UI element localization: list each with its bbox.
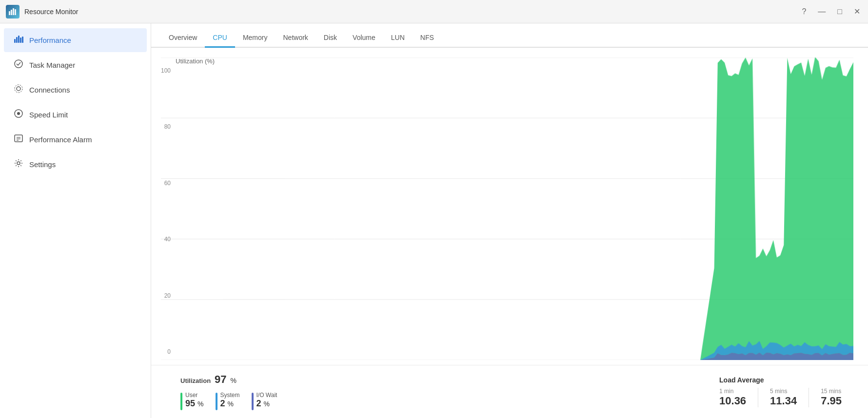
y-label-60: 60: [164, 180, 171, 187]
tab-bar: Overview CPU Memory Network Disk Volume …: [151, 23, 868, 48]
svg-rect-14: [15, 135, 22, 142]
user-stat-text: User 95 %: [185, 392, 204, 409]
iowait-stat-text: I/O Wait 2 %: [256, 392, 277, 409]
utilization-label: Utilization: [180, 377, 211, 384]
svg-point-13: [17, 112, 20, 115]
iowait-color-bar: [252, 393, 254, 410]
sidebar-item-task-manager-label: Task Manager: [29, 61, 75, 69]
user-label: User: [185, 392, 204, 399]
utilization-main: Utilization 97 %: [180, 373, 277, 386]
connections-icon: [14, 84, 23, 96]
svg-rect-0: [9, 11, 10, 15]
svg-point-9: [15, 60, 22, 68]
stats-bar: Utilization 97 % User 95 %: [151, 365, 868, 418]
sidebar-item-speed-limit-label: Speed Limit: [29, 111, 68, 119]
system-stat-text: System 2 %: [220, 392, 240, 409]
titlebar: Resource Monitor ? — □ ✕: [0, 0, 868, 23]
close-button[interactable]: ✕: [852, 5, 862, 18]
sub-stats: User 95 % System 2 % I: [180, 392, 277, 410]
settings-icon: [14, 158, 23, 171]
tab-network[interactable]: Network: [275, 29, 316, 48]
sidebar-item-task-manager[interactable]: Task Manager: [4, 53, 147, 77]
user-stat: User 95 %: [180, 392, 204, 410]
svg-rect-1: [11, 10, 12, 15]
svg-rect-7: [20, 38, 21, 43]
help-button[interactable]: ?: [800, 5, 808, 18]
load-average-group: Load Average 1 min 10.36 5 mins 11.34 15…: [719, 376, 853, 407]
load-avg-15min-value: 7.95: [821, 395, 842, 407]
system-stat: System 2 %: [216, 392, 240, 410]
load-avg-1min-period: 1 min: [719, 388, 733, 395]
load-average-container: Load Average 1 min 10.36 5 mins 11.34 15…: [719, 376, 853, 407]
y-label-100: 100: [161, 67, 171, 74]
system-value: 2 %: [220, 399, 240, 409]
load-avg-1min-value: 10.36: [719, 395, 746, 407]
user-color-bar: [180, 393, 182, 410]
svg-point-10: [17, 87, 20, 91]
y-axis: 100 80 60 40 20 0: [161, 67, 171, 355]
load-avg-5min: 5 mins 11.34: [758, 388, 809, 407]
sidebar-item-settings[interactable]: Settings: [4, 152, 147, 176]
sidebar-item-performance-label: Performance: [29, 36, 71, 44]
load-avg-1min: 1 min 10.36: [719, 388, 758, 407]
load-average-title: Load Average: [719, 376, 853, 384]
sidebar-item-connections[interactable]: Connections: [4, 78, 147, 102]
sidebar-item-speed-limit[interactable]: Speed Limit: [4, 103, 147, 127]
system-label: System: [220, 392, 240, 399]
iowait-label: I/O Wait: [256, 392, 277, 399]
sidebar-item-performance[interactable]: Performance: [4, 28, 147, 52]
tab-disk[interactable]: Disk: [316, 29, 345, 48]
svg-rect-8: [22, 37, 23, 43]
svg-rect-2: [13, 8, 14, 15]
y-label-40: 40: [164, 236, 171, 243]
chart-area: Utilization (%) 100 80 60 40 20 0: [151, 48, 868, 365]
sidebar: Performance Task Manager Connections: [0, 23, 151, 418]
svg-point-11: [15, 85, 22, 93]
titlebar-controls: ? — □ ✕: [800, 5, 862, 18]
load-average-items: 1 min 10.36 5 mins 11.34 15 mins 7.95: [719, 388, 853, 407]
maximize-button[interactable]: □: [835, 5, 844, 18]
performance-alarm-icon: [14, 133, 23, 146]
load-avg-5min-value: 11.34: [770, 395, 797, 407]
svg-rect-4: [14, 39, 16, 43]
titlebar-left: Resource Monitor: [6, 5, 79, 19]
app-title: Resource Monitor: [24, 8, 79, 16]
y-label-0: 0: [167, 348, 171, 355]
iowait-stat: I/O Wait 2 %: [252, 392, 277, 410]
tab-nfs[interactable]: NFS: [413, 29, 442, 48]
tab-memory[interactable]: Memory: [235, 29, 276, 48]
tab-volume[interactable]: Volume: [345, 29, 383, 48]
user-value: 95 %: [185, 399, 204, 409]
svg-rect-6: [18, 36, 20, 43]
load-avg-15min: 15 mins 7.95: [809, 388, 853, 407]
performance-icon: [14, 34, 23, 46]
sidebar-item-settings-label: Settings: [29, 160, 56, 169]
tab-lun[interactable]: LUN: [383, 29, 413, 48]
y-label-20: 20: [164, 292, 171, 299]
svg-point-18: [17, 162, 20, 165]
cpu-chart: [161, 57, 853, 360]
main-layout: Performance Task Manager Connections: [0, 23, 868, 418]
app-icon: [6, 5, 20, 19]
speed-limit-icon: [14, 109, 23, 121]
iowait-value: 2 %: [256, 399, 277, 409]
content-area: Overview CPU Memory Network Disk Volume …: [151, 23, 868, 418]
utilization-group: Utilization 97 % User 95 %: [180, 373, 277, 410]
svg-rect-3: [15, 9, 16, 15]
tab-overview[interactable]: Overview: [161, 29, 205, 48]
load-avg-5min-period: 5 mins: [770, 388, 787, 395]
sidebar-item-performance-alarm-label: Performance Alarm: [29, 135, 92, 144]
tab-cpu[interactable]: CPU: [205, 29, 235, 48]
y-label-80: 80: [164, 123, 171, 130]
sidebar-item-performance-alarm[interactable]: Performance Alarm: [4, 128, 147, 152]
utilization-value: 97: [215, 373, 226, 386]
load-avg-15min-period: 15 mins: [821, 388, 841, 395]
minimize-button[interactable]: —: [816, 5, 828, 18]
svg-rect-5: [16, 37, 18, 43]
chart-y-label: Utilization (%): [176, 57, 215, 65]
sidebar-item-connections-label: Connections: [29, 86, 70, 94]
task-manager-icon: [14, 59, 23, 71]
utilization-unit: %: [231, 377, 237, 384]
system-color-bar: [216, 393, 217, 410]
